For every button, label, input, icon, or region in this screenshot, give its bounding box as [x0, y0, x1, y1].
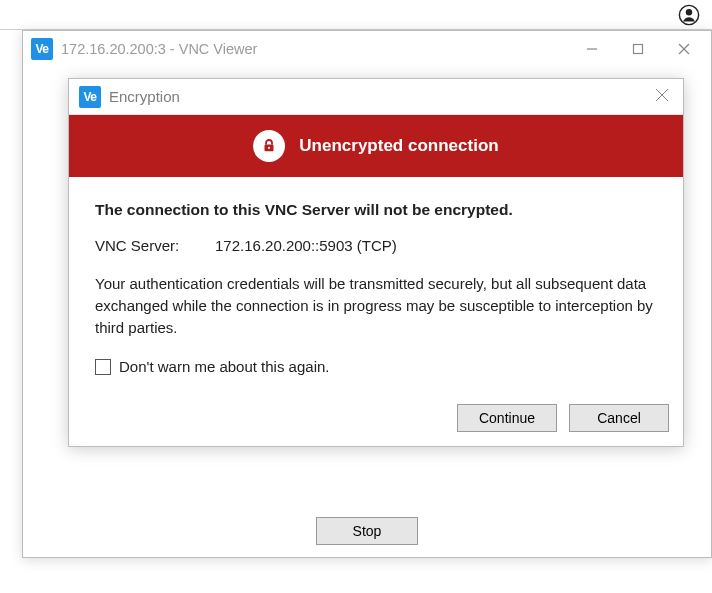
- dont-warn-label: Don't warn me about this again.: [119, 356, 329, 378]
- explanation-text: Your authentication credentials will be …: [95, 273, 657, 338]
- banner-text: Unencrypted connection: [299, 136, 498, 156]
- close-button[interactable]: [661, 34, 707, 64]
- vnc-logo-icon: V‎e: [79, 86, 101, 108]
- minimize-button[interactable]: [569, 34, 615, 64]
- server-value: 172.16.20.200::5903 (TCP): [215, 235, 397, 257]
- dialog-titlebar[interactable]: V‎e Encryption: [69, 79, 683, 115]
- encryption-dialog: V‎e Encryption Unencrypted connection Th…: [68, 78, 684, 447]
- warning-banner: Unencrypted connection: [69, 115, 683, 177]
- user-avatar-icon[interactable]: [678, 4, 700, 26]
- parent-window-strip: [0, 0, 712, 30]
- svg-rect-3: [634, 45, 643, 54]
- vnc-logo-icon: V‎e: [31, 38, 53, 60]
- svg-point-1: [686, 9, 692, 15]
- close-icon[interactable]: [651, 84, 673, 110]
- stop-button[interactable]: Stop: [316, 517, 418, 545]
- outer-titlebar[interactable]: V‎e 172.16.20.200:3 - VNC Viewer: [23, 31, 711, 67]
- dont-warn-checkbox[interactable]: [95, 359, 111, 375]
- dialog-button-row: Continue Cancel: [69, 396, 683, 446]
- cancel-button[interactable]: Cancel: [569, 404, 669, 432]
- dialog-body: The connection to this VNC Server will n…: [69, 177, 683, 396]
- outer-window-title: 172.16.20.200:3 - VNC Viewer: [61, 41, 569, 57]
- dialog-title: Encryption: [109, 88, 180, 105]
- svg-point-9: [268, 147, 270, 149]
- server-label: VNC Server:: [95, 235, 215, 257]
- headline-text: The connection to this VNC Server will n…: [95, 199, 657, 221]
- continue-button[interactable]: Continue: [457, 404, 557, 432]
- maximize-button[interactable]: [615, 34, 661, 64]
- lock-icon: [253, 130, 285, 162]
